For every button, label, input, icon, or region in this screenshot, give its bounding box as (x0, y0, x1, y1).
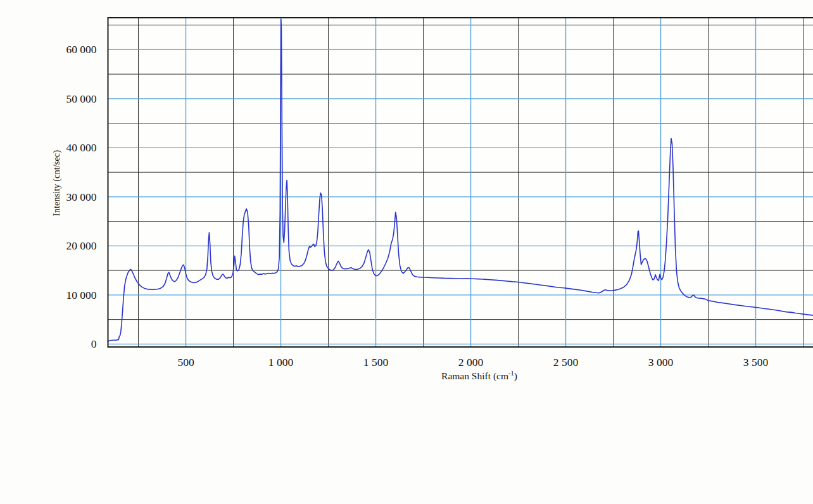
x-tick-label: 1 500 (363, 356, 389, 369)
y-axis-title: Intensity (cnt/sec) (51, 150, 62, 216)
plot-background (108, 18, 813, 347)
x-tick-labels: 5001 0001 5002 0002 5003 0003 500 (177, 356, 768, 369)
x-axis-title-text: Raman Shift (cm (441, 370, 508, 381)
x-tick-label: 2 000 (458, 356, 484, 369)
x-tick-label: 3 500 (743, 356, 769, 369)
x-tick-label: 500 (177, 356, 194, 369)
raman-software-screen: 010 00020 00030 00040 00050 00060 000500… (0, 0, 813, 504)
x-tick-label: 3 000 (648, 356, 674, 369)
y-tick-label: 30 000 (66, 191, 96, 203)
spectrum-plot-canvas: 010 00020 00030 00040 00050 00060 000500… (0, 0, 813, 405)
y-tick-labels: 010 00020 00030 00040 00050 00060 000 (66, 43, 96, 350)
y-tick-label: 50 000 (66, 92, 96, 105)
y-axis-title-text: Intensity (cnt/sec) (51, 150, 61, 216)
x-axis-title: Raman Shift (cm-1) (441, 370, 517, 382)
x-axis-title-superscript: -1 (508, 370, 514, 377)
y-tick-label: 20 000 (66, 239, 96, 252)
x-tick-label: 1 000 (268, 356, 294, 369)
x-tick-label: 2 500 (553, 356, 579, 369)
y-tick-label: 40 000 (66, 141, 96, 154)
x-axis-title-close: ) (514, 370, 517, 381)
y-tick-label: 0 (91, 337, 97, 350)
raman-spectrum-chart: 010 00020 00030 00040 00050 00060 000500… (0, 0, 813, 405)
y-tick-label: 60 000 (66, 43, 96, 56)
y-tick-label: 10 000 (66, 289, 96, 301)
